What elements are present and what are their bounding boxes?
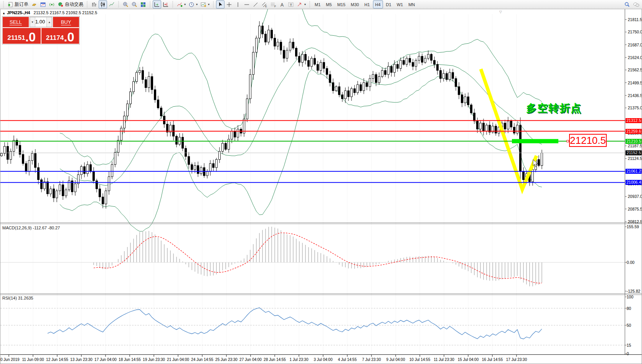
candle-body	[56, 191, 58, 198]
clock-icon	[188, 2, 195, 8]
tile-windows-button[interactable]	[139, 0, 147, 8]
chart-window-button[interactable]	[39, 0, 47, 8]
bar-chart-button[interactable]	[90, 0, 98, 8]
candle-body	[470, 105, 472, 113]
price-tag-21210.5[interactable]: 21210.5	[625, 139, 642, 144]
toolbar-grip[interactable]	[117, 1, 120, 8]
candle-body	[256, 38, 257, 52]
candle-body	[520, 125, 522, 171]
timeframe-M1[interactable]: M1	[312, 0, 323, 8]
zoom-in-button[interactable]	[121, 0, 130, 8]
candle-body	[81, 166, 83, 175]
cursor-tool-button[interactable]	[216, 0, 224, 8]
candlestick-chart-button[interactable]	[99, 0, 107, 8]
price-tag-21152.5[interactable]: 21152.5	[625, 150, 642, 155]
volume-input[interactable]: 1.00	[35, 17, 46, 27]
rsi-axis-label: 15	[627, 343, 631, 348]
search-button[interactable]	[623, 0, 631, 8]
candle-body	[93, 171, 95, 181]
timeframe-H4[interactable]: H4	[373, 0, 383, 8]
buy-button[interactable]: BUY	[53, 17, 79, 27]
candle-body	[504, 123, 506, 129]
timeframe-M15[interactable]: M15	[335, 0, 348, 8]
candle-body	[47, 182, 49, 194]
indicators-button[interactable]: ▾	[175, 0, 187, 8]
volume-down-button[interactable]: ▼	[30, 17, 35, 27]
text-label-tool-button[interactable]: T	[287, 0, 295, 8]
candle-body	[148, 77, 150, 88]
sell-price[interactable]: 21151.0	[3, 28, 41, 44]
timeframe-MN[interactable]: MN	[406, 0, 417, 8]
price-tag-21259.6[interactable]: 21259.6	[625, 129, 642, 134]
toolbar-grip[interactable]	[2, 1, 5, 8]
candle-body	[443, 74, 445, 79]
toolbar-grip[interactable]	[172, 1, 174, 8]
price-tag-21312.5[interactable]: 21312.5	[625, 118, 642, 123]
vertical-line-tool-button[interactable]	[234, 0, 242, 8]
search-icon	[624, 2, 630, 8]
candle-body	[289, 42, 291, 50]
candle-body	[360, 85, 362, 91]
candle-body	[268, 30, 270, 42]
price-tag-21061.2[interactable]: 21061.2	[625, 169, 642, 174]
price-tick-label: 21624.0	[628, 55, 642, 60]
candle-body	[90, 165, 92, 172]
volume-up-button[interactable]: ▲	[46, 17, 52, 27]
candle-body	[197, 166, 199, 174]
macd-axis-label: 155.59	[627, 224, 639, 229]
signal-icon	[49, 2, 55, 8]
candle-body	[308, 60, 310, 66]
sell-button[interactable]: SELL	[3, 17, 29, 27]
pivot-highlight-bar[interactable]	[512, 139, 558, 143]
text-tool-button[interactable]: A	[278, 0, 286, 8]
sell-label: SELL	[10, 19, 22, 25]
macd-name: MACD(12,26,9)	[2, 226, 31, 230]
toolbar-grip[interactable]	[86, 1, 88, 8]
chat-button[interactable]	[632, 0, 641, 8]
crosshair-tool-button[interactable]	[225, 0, 233, 8]
candle-body	[320, 63, 322, 71]
candle-body	[53, 189, 55, 198]
timeframe-H1[interactable]: H1	[362, 0, 372, 8]
periods-button[interactable]: ▾	[187, 0, 199, 8]
fibonacci-tool-button[interactable]: F	[269, 0, 277, 8]
candle-body	[200, 168, 202, 174]
toolbar-grip[interactable]	[212, 1, 215, 8]
candle-body	[74, 184, 76, 192]
buy-price-int: 21174	[46, 33, 64, 43]
signal-button[interactable]	[48, 0, 56, 8]
toolbar-grip[interactable]	[309, 1, 311, 8]
candle-body	[357, 85, 359, 93]
horizontal-line-tool-button[interactable]	[243, 0, 251, 8]
candle-body	[225, 143, 227, 150]
toolbar-grip[interactable]	[149, 1, 151, 8]
buy-price[interactable]: 21174.0	[41, 28, 79, 44]
rsi-axis-label: 50	[627, 323, 631, 328]
arrows-tool-button[interactable]: ▾	[295, 0, 307, 8]
channel-tool-button[interactable]: E	[260, 0, 269, 8]
auto-trading-button[interactable]: 自动交易	[56, 0, 84, 8]
timeframe-W1[interactable]: W1	[394, 0, 406, 8]
candle-body	[418, 56, 420, 61]
timeframe-M30[interactable]: M30	[348, 0, 361, 8]
trendline-tool-button[interactable]	[251, 0, 260, 8]
candle-body	[96, 181, 98, 189]
chart-shift-button[interactable]	[162, 0, 170, 8]
collapse-marker-icon[interactable]: ▲	[2, 12, 5, 15]
zoom-out-button[interactable]	[130, 0, 139, 8]
candle-body	[228, 139, 230, 149]
chart-shift-marker[interactable]: ▽	[499, 10, 502, 14]
market-depth-button[interactable]	[30, 0, 38, 8]
candle-body	[117, 140, 119, 153]
auto-scroll-button[interactable]	[153, 0, 161, 8]
chart-canvas[interactable]	[0, 9, 642, 364]
turning-point-annotation[interactable]: 多空转折点	[526, 101, 582, 115]
timeframe-D1[interactable]: D1	[384, 0, 394, 8]
price-tag-21006.4[interactable]: 21006.4	[625, 180, 642, 185]
price-callout-box[interactable]: 21210.5	[569, 134, 607, 147]
line-chart-button[interactable]	[107, 0, 116, 8]
timeframe-M5[interactable]: M5	[323, 0, 334, 8]
templates-button[interactable]: ▾	[199, 0, 211, 8]
new-order-button[interactable]: 新订单	[6, 0, 30, 8]
candle-body	[265, 34, 267, 42]
